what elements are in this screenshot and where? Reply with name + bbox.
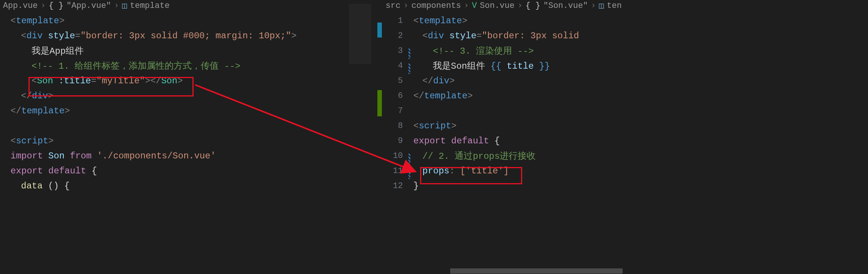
breadcrumb-folder[interactable]: components — [411, 1, 461, 11]
code-editor-left[interactable]: <template> <div style="border: 3px solid… — [0, 13, 345, 274]
line-number: 10 — [383, 151, 412, 161]
kw-export: export — [11, 166, 43, 176]
line-number: 11 — [383, 166, 412, 176]
line-number: 9 — [383, 136, 412, 146]
tag-script: script — [16, 136, 48, 146]
text-content: 我是App组件 — [32, 46, 84, 56]
import-path: './components/Son.vue' — [97, 151, 216, 161]
breadcrumb-file[interactable]: Son.vue — [480, 1, 514, 11]
chevron-right-icon: › — [41, 1, 45, 11]
line-number: 1 — [383, 16, 412, 26]
attr-value: "border: 3px solid #000; margin: 10px;" — [80, 31, 291, 41]
attr-title: :title — [59, 76, 91, 86]
chevron-right-icon: › — [404, 1, 408, 11]
breadcrumb-right[interactable]: src › components › V Son.vue › { } "Son.… — [383, 0, 868, 13]
horizontal-scrollbar[interactable] — [383, 268, 868, 274]
tag-template-close: template — [424, 91, 467, 101]
kw-export: export — [413, 136, 446, 146]
minimap-left[interactable] — [345, 0, 383, 274]
line-number: 6 — [383, 91, 412, 101]
breadcrumb-tail[interactable]: ten — [607, 1, 622, 11]
line-number: 7 — [383, 106, 412, 116]
comment: <!-- 3. 渲染使用 --> — [433, 46, 534, 56]
attr-style: style — [449, 31, 476, 41]
breadcrumb-scope[interactable]: "App.vue" — [66, 1, 111, 11]
overview-ruler-left[interactable] — [377, 0, 383, 274]
breadcrumb-left[interactable]: App.vue › { } "App.vue" › ◫ template — [0, 0, 345, 13]
breadcrumb-node[interactable]: template — [130, 1, 170, 11]
minimap-canvas — [349, 4, 371, 64]
line-number: 12 — [383, 181, 412, 191]
tag-template: template — [16, 16, 59, 26]
chevron-right-icon: › — [518, 1, 523, 11]
breadcrumb-file[interactable]: App.vue — [3, 1, 38, 11]
tag-div: div — [428, 31, 444, 41]
attr-value: "border: 3px solid — [482, 31, 579, 41]
braces-icon: { } — [49, 1, 64, 11]
line-number: 4 — [383, 61, 412, 71]
cube-icon: ◫ — [599, 1, 604, 11]
line-number: 3 — [383, 46, 412, 56]
key-props: props — [422, 166, 449, 176]
tag-div-close: div — [433, 76, 449, 86]
chevron-right-icon: › — [464, 1, 469, 11]
right-editor-pane: src › components › V Son.vue › { } "Son.… — [383, 0, 868, 274]
text-content: 我是Son组件 — [433, 61, 491, 71]
kw-import: import — [11, 151, 43, 161]
comment: <!-- 1. 给组件标签，添加属性的方式，传值 --> — [32, 61, 240, 71]
method-data: data — [21, 181, 43, 191]
attr-style: style — [48, 31, 75, 41]
line-number: 8 — [383, 121, 412, 131]
comment: // 2. 通过props进行接收 — [422, 151, 536, 161]
tag-div-close: div — [32, 91, 48, 101]
editor-workspace: App.vue › { } "App.vue" › ◫ template <te… — [0, 0, 868, 274]
code-editor-right[interactable]: 1<template> 2<div style="border: 3px sol… — [383, 13, 868, 274]
braces-icon: { } — [526, 1, 541, 11]
line-number: 2 — [383, 31, 412, 41]
breadcrumb-folder[interactable]: src — [386, 1, 401, 11]
tag-template-close: template — [21, 106, 65, 116]
tag-template: template — [419, 16, 462, 26]
line-number: 5 — [383, 76, 412, 86]
attr-value: "myTitle" — [96, 76, 145, 86]
tag-son: Son — [37, 76, 53, 86]
tag-div: div — [26, 31, 42, 41]
breadcrumb-scope[interactable]: "Son.vue" — [543, 1, 588, 11]
vue-icon: V — [472, 1, 477, 11]
left-editor-pane: App.vue › { } "App.vue" › ◫ template <te… — [0, 0, 345, 274]
props-value: ['title'] — [460, 166, 509, 176]
tag-script: script — [419, 121, 451, 131]
cube-icon: ◫ — [122, 1, 127, 11]
chevron-right-icon: › — [114, 1, 119, 11]
chevron-right-icon: › — [591, 1, 596, 11]
